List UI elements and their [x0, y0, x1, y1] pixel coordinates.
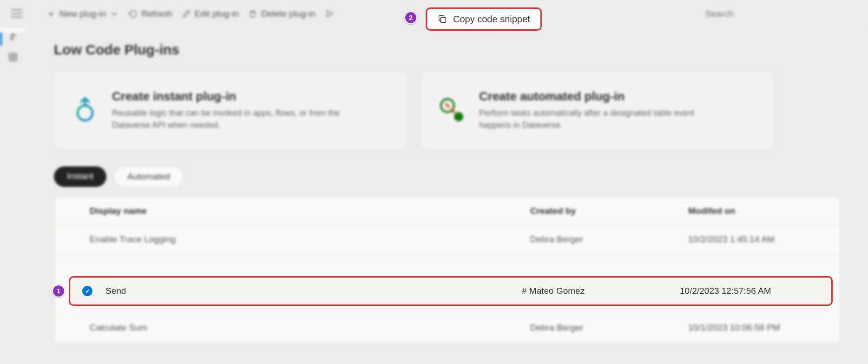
instant-card-desc: Reusable logic that can be invoked in ap… — [112, 107, 354, 131]
copy-code-snippet-button[interactable]: Copy code snippet — [426, 7, 542, 31]
row-created-by: Debra Berger — [530, 323, 688, 333]
copy-snippet-label: Copy code snippet — [453, 14, 530, 25]
create-instant-card[interactable]: Create instant plug-in Reusable logic th… — [54, 71, 407, 150]
table-row[interactable]: Calculate Sum Debra Berger 10/1/2023 10:… — [54, 313, 840, 343]
svg-marker-2 — [327, 11, 333, 17]
rail-tables[interactable] — [7, 52, 20, 62]
play-button[interactable] — [325, 9, 334, 19]
refresh-button[interactable]: Refresh — [128, 9, 172, 19]
delete-plugin-label: Delete plug-in — [261, 9, 316, 19]
row-modified-on: 10/2/2023 12:57:56 AM — [680, 286, 819, 296]
header-display-name[interactable]: Display name — [90, 206, 530, 216]
automated-card-title: Create automated plug-in — [479, 89, 721, 104]
edit-plugin-button[interactable]: Edit plug-in — [182, 9, 239, 19]
instant-card-title: Create instant plug-in — [112, 89, 354, 104]
refresh-label: Refresh — [141, 9, 172, 19]
callout-badge-1: 1 — [52, 285, 65, 298]
row-name: Enable Trace Logging — [90, 234, 530, 245]
header-created-by[interactable]: Created by — [530, 206, 688, 216]
automated-icon — [437, 95, 467, 125]
left-rail — [0, 28, 26, 33]
new-plugin-button[interactable]: New plug-in — [46, 9, 119, 19]
row-name: Calculate Sum — [90, 323, 530, 333]
tab-instant[interactable]: Instant — [54, 166, 106, 187]
search-input[interactable]: Search — [696, 5, 845, 23]
search-placeholder: Search — [705, 9, 733, 19]
edit-plugin-label: Edit plug-in — [195, 9, 239, 19]
chevron-down-icon — [110, 9, 119, 19]
copy-icon — [437, 14, 447, 24]
row-checkbox[interactable] — [82, 286, 105, 296]
table-row[interactable]: Enable Trace Logging Debra Berger 10/2/2… — [54, 225, 840, 254]
row-name: Send — [105, 286, 522, 296]
create-automated-card[interactable]: Create automated plug-in Perform tasks a… — [421, 71, 774, 150]
page-title: Low Code Plug-ins — [54, 42, 840, 58]
header-modified-on[interactable]: Modifed on — [688, 206, 828, 216]
hamburger-menu[interactable] — [11, 9, 22, 18]
new-plugin-label: New plug-in — [59, 9, 106, 19]
row-modified-on: 10/1/2023 10:06:58 PM — [688, 323, 828, 333]
tab-automated[interactable]: Automated — [114, 166, 184, 187]
automated-card-desc: Perform tasks automatically after a desi… — [479, 107, 721, 131]
row-modified-on: 10/2/2023 1:45:14 AM — [688, 234, 828, 245]
svg-point-6 — [78, 106, 92, 120]
delete-plugin-button[interactable]: Delete plug-in — [248, 9, 316, 19]
rail-plugins[interactable] — [7, 33, 20, 43]
svg-point-8 — [454, 112, 463, 121]
plugins-table: Display name Created by Modifed on Enabl… — [54, 197, 840, 343]
selected-row-send[interactable]: Send # Mateo Gomez 10/2/2023 12:57:56 AM — [69, 276, 833, 306]
instant-icon — [70, 95, 100, 125]
row-created-by: Debra Berger — [530, 234, 688, 245]
callout-badge-2: 2 — [404, 11, 417, 24]
row-created-by: # Mateo Gomez — [522, 286, 680, 296]
svg-rect-9 — [441, 17, 446, 22]
